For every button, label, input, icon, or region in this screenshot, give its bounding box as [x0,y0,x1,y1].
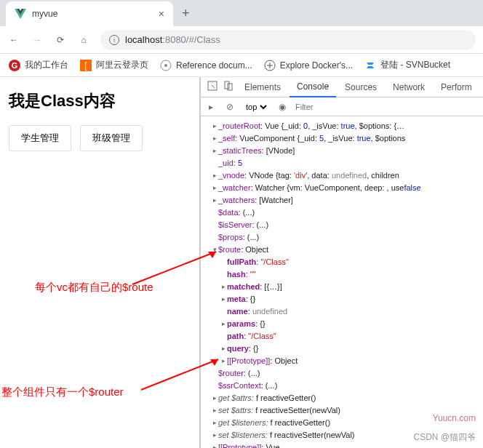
watermark: CSDN @猫四爷 [413,431,476,444]
reload-icon[interactable]: ⟳ [54,35,67,45]
annotation-route: 每个vc都有自己的$route [35,281,153,295]
console-line[interactable]: _routerRoot: Vue {_uid: 0, _isVue: true,… [204,119,483,132]
doc-icon [160,60,172,71]
devtools-tab-sources[interactable]: Sources [338,77,384,97]
console-line[interactable]: params: {} [204,317,483,329]
console-line[interactable]: $route: Object [204,243,483,255]
svn-icon [364,60,376,71]
docker-icon [264,60,276,71]
devtools-tab-console[interactable]: Console [290,77,336,97]
url-input[interactable]: i localhost:8080/#/Class [100,30,476,50]
vue-logo-icon [15,9,26,19]
tab-title: myvue [32,9,57,19]
bookmark-item[interactable]: Reference docum... [160,60,252,71]
svg-rect-13 [228,84,232,90]
expand-arrow-icon[interactable] [220,354,227,367]
devtools-panel: Elements Console Sources Network Perform… [200,77,483,448]
annotation-router: 整个组件只有一个$router [1,385,124,399]
home-icon[interactable]: ⌂ [77,35,90,45]
device-icon[interactable] [221,81,236,93]
devtools-tab-network[interactable]: Network [386,77,432,97]
forward-icon: → [31,35,44,45]
back-icon[interactable]: ← [7,35,20,45]
expand-arrow-icon[interactable] [220,317,227,329]
page-heading: 我是Class内容 [9,90,191,112]
console-line[interactable]: query: {} [204,342,483,354]
console-line[interactable]: hash: "" [204,268,483,280]
sidebar-toggle-icon[interactable]: ▸ [205,102,217,112]
console-line[interactable]: path: "/Class" [204,329,483,342]
console-line[interactable]: _watcher: Watcher {vm: VueComponent, dee… [204,181,483,193]
page-content: 我是Class内容 学生管理 班级管理 每个vc都有自己的$route 整个组件… [0,77,200,448]
console-line[interactable]: get $attrs: f reactiveGetter() [204,391,483,404]
expand-arrow-icon[interactable] [211,181,218,193]
svg-text:G: G [12,61,18,70]
url-path: :8080/#/Class [162,34,220,45]
expand-arrow-icon[interactable] [220,280,227,292]
bookmark-item[interactable]: [阿里云登录页 [80,59,148,71]
console-line[interactable]: $router: (...) [204,367,483,379]
expand-arrow-icon[interactable] [211,119,218,132]
browser-tab[interactable]: myvue × [6,1,173,26]
bookmark-item[interactable]: G我的工作台 [9,59,68,71]
clear-console-icon[interactable]: ⊘ [224,102,236,112]
address-bar: ← → ⟳ ⌂ i localhost:8080/#/Class [0,26,483,54]
info-icon[interactable]: i [109,35,119,45]
browser-tab-bar: myvue × + [0,0,483,26]
console-output[interactable]: _routerRoot: Vue {_uid: 0, _isVue: true,… [201,116,483,448]
console-line[interactable]: _staticTrees: [VNode] [204,144,483,156]
class-mgmt-button[interactable]: 班级管理 [80,125,143,151]
expand-arrow-icon[interactable] [211,441,218,448]
eye-icon[interactable]: ◉ [276,102,288,112]
console-line[interactable]: _uid: 5 [204,156,483,169]
watermark: Yuucn.com [433,413,476,423]
expand-arrow-icon[interactable] [220,342,227,354]
aliyun-icon: [ [80,60,92,71]
devtools-tab-elements[interactable]: Elements [237,77,288,97]
expand-arrow-icon[interactable] [220,292,227,305]
console-line[interactable]: _self: VueComponent {_uid: 5, _isVue: tr… [204,132,483,144]
console-toolbar: ▸ ⊘ top ◉ [201,97,483,116]
console-line[interactable]: _watchers: [Watcher] [204,193,483,206]
console-line[interactable]: $props: (...) [204,231,483,243]
console-line[interactable]: name: undefined [204,305,483,317]
console-line[interactable]: _vnode: VNode {tag: 'div', data: undefin… [204,169,483,181]
svg-rect-12 [225,81,229,89]
context-select[interactable]: top [243,102,269,112]
expand-arrow-icon[interactable] [211,404,218,416]
console-line[interactable]: matched: [{…}] [204,280,483,292]
console-line[interactable]: $isServer: (...) [204,218,483,231]
student-mgmt-button[interactable]: 学生管理 [9,125,71,151]
bookmark-item[interactable]: Explore Docker's... [264,60,353,71]
expand-arrow-icon[interactable] [211,144,218,156]
console-line[interactable]: $ssrContext: (...) [204,379,483,391]
expand-arrow-icon[interactable] [211,193,218,206]
bookmark-item[interactable]: 登陆 - SVNBucket [364,59,450,71]
devtools-tab-bar: Elements Console Sources Network Perform [201,77,483,97]
filter-input[interactable] [295,103,479,111]
expand-arrow-icon[interactable] [211,132,218,144]
console-line[interactable]: meta: {} [204,292,483,305]
gitee-icon: G [9,60,20,71]
expand-arrow-icon[interactable] [211,416,218,428]
new-tab-button[interactable]: + [173,6,199,21]
expand-arrow-icon[interactable] [211,169,218,181]
devtools-tab-perf[interactable]: Perform [434,77,479,97]
url-host: localhost [125,34,162,45]
expand-arrow-icon[interactable] [211,428,218,441]
console-line[interactable]: fullPath: "/Class" [204,255,483,268]
expand-arrow-icon[interactable] [211,243,218,255]
expand-arrow-icon[interactable] [211,391,218,404]
inspect-icon[interactable] [205,81,220,93]
svg-point-5 [164,64,167,67]
console-line[interactable]: [[Prototype]]: Object [204,354,483,367]
close-icon[interactable]: × [159,8,164,20]
bookmarks-bar: G我的工作台 [阿里云登录页 Reference docum... Explor… [0,54,483,77]
console-line[interactable]: $data: (...) [204,206,483,218]
